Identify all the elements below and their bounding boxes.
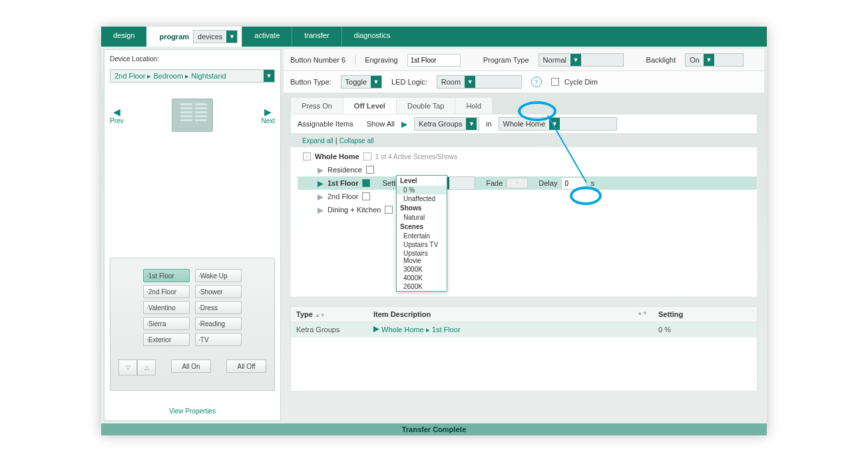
cycle-dim-checkbox[interactable] [551,78,559,86]
ketra-groups-select[interactable]: Ketra Groups▼ [414,117,479,130]
led-logic-label: LED Logic: [391,78,427,86]
tab-design[interactable]: design [101,27,146,47]
keypad-btn-sierra[interactable]: ·Sierra [143,317,190,330]
ketra-icon [318,167,324,173]
tab-off-level[interactable]: Off Level [343,97,397,114]
tree-root-checkbox[interactable] [363,152,371,160]
svg-marker-0 [401,122,407,128]
keypad-raise-lower[interactable]: ▽ △ [118,359,156,375]
device-panel: Device Location: 2nd Floor▸Bedroom▸Night… [104,49,281,421]
backlight-select[interactable]: On▼ [685,53,744,67]
col-setting[interactable]: Setting [653,307,757,322]
collapse-all-link[interactable]: Collapse all [339,137,374,144]
tab-press-on[interactable]: Press On [290,97,343,114]
tree-item-dining-kitchen[interactable]: Dining + Kitchen [327,206,381,214]
view-properties-link[interactable]: View Properties [169,407,216,415]
program-subselect[interactable]: devices ▼ [193,30,238,43]
keypad-btn-exterior[interactable]: ·Exterior [143,333,190,346]
keypad-btn-reading[interactable]: ·Reading [195,317,242,330]
tab-program-label: program [159,33,189,41]
next-device-button[interactable]: ▶Next [261,107,275,124]
ketra-icon [373,326,379,332]
chevron-down-icon: ▼ [371,76,381,88]
tab-program[interactable]: program devices ▼ [146,27,242,47]
settings-dropdown-popup: Level 0 % Unaffected Shows Natural Scene… [396,175,447,292]
chevron-down-icon: ▼ [226,31,237,43]
checkbox[interactable] [366,166,374,174]
sort-icon: ▲▼ [315,312,326,318]
ketra-icon [318,180,324,186]
popup-option-2600k[interactable]: 2600K [397,282,447,291]
popup-option-natural[interactable]: Natural [397,213,447,222]
tree-item-2nd-floor[interactable]: 2nd Floor [327,192,358,200]
button-type-select[interactable]: Toggle▼ [341,75,382,89]
svg-marker-1 [318,168,324,174]
fade-input[interactable]: - [507,178,528,188]
svg-marker-2 [318,181,324,187]
keypad-btn-valentino[interactable]: ·Valentino [143,301,190,314]
raise-icon[interactable]: △ [137,359,156,375]
status-bar: Transfer Complete [101,423,767,435]
popup-header-scenes: Scenes [397,222,447,232]
tab-activate[interactable]: activate [242,27,292,47]
keypad-btn-wake-up[interactable]: ·Wake Up [195,269,242,282]
crumb-0: 2nd Floor [114,72,145,80]
in-label: in [486,120,492,128]
cell-type: Ketra Groups [291,322,368,338]
keypad-btn-dress[interactable]: ·Dress [195,301,242,314]
delay-input[interactable] [561,177,586,190]
program-type-select[interactable]: Normal▼ [539,53,624,67]
keypad-btn-tv[interactable]: ·TV [195,333,242,346]
popup-option-upstairs-tv[interactable]: Upstairs TV [397,240,447,249]
checkbox[interactable] [385,206,393,214]
popup-option-unaffected[interactable]: Unaffected [397,194,447,203]
chevron-down-icon: ▼ [549,118,560,130]
engraving-label: Engraving [365,56,398,64]
tree-item-1st-floor[interactable]: 1st Floor [327,179,358,187]
ketra-icon [318,207,324,213]
collapse-icon[interactable]: - [303,152,311,160]
delay-label: Delay [539,179,557,187]
col-description[interactable]: Item Description ▲▼ [368,307,653,322]
popup-option-upstairs-movie[interactable]: Upstairs Movie [397,249,447,265]
keypad-btn-2nd-floor[interactable]: ·2nd Floor [143,285,190,298]
keypad-all-off[interactable]: All Off [226,359,266,373]
keypad-all-on[interactable]: All On [171,359,211,373]
popup-header-level: Level [397,176,447,186]
arrow-right-icon: ▶ [261,107,275,117]
device-location-select[interactable]: 2nd Floor▸Bedroom▸Nightstand ▼ [110,69,275,83]
help-icon[interactable]: ? [531,77,542,87]
tab-hold[interactable]: Hold [455,97,493,114]
keypad-preview: ·1st Floor ·2nd Floor ·Valentino ·Sierra… [110,258,275,391]
led-logic-select[interactable]: Room▼ [437,75,522,89]
popup-option-3000k[interactable]: 3000K [397,265,447,274]
keypad-btn-1st-floor[interactable]: ·1st Floor [143,269,190,282]
col-type[interactable]: Type ▲▼ [291,307,368,322]
ketra-icon [318,194,324,200]
table-row: Ketra Groups Whole Home ▸ 1st Floor 0 % [291,322,757,338]
chevron-down-icon: ▼ [465,76,475,88]
show-all-link[interactable]: Show All [367,120,395,128]
device-thumbnail[interactable] [172,99,213,132]
tab-double-tap[interactable]: Double Tap [396,97,455,114]
active-count: 1 of 4 Active Scenes/Shows [375,153,457,160]
group-tree: - Whole Home 1 of 4 Active Scenes/Shows … [290,147,758,297]
popup-option-4000k[interactable]: 4000K [397,274,447,282]
lower-icon[interactable]: ▽ [118,359,137,375]
keypad-btn-shower[interactable]: ·Shower [195,285,242,298]
tab-diagnostics[interactable]: diagnostics [341,27,403,47]
cell-description[interactable]: Whole Home ▸ 1st Floor [368,322,653,338]
engraving-input[interactable] [407,54,461,67]
checkbox[interactable] [362,192,370,200]
checkbox-checked[interactable] [362,179,370,187]
popup-option-0-percent[interactable]: 0 % [397,186,447,194]
tree-root-label: Whole Home [315,152,359,160]
svg-marker-5 [373,326,379,332]
popup-option-entertain[interactable]: Entertain [397,232,447,240]
tab-transfer[interactable]: transfer [292,27,341,47]
prev-device-button[interactable]: ◀Prev [110,107,124,124]
location-filter-select[interactable]: Whole Home▼ [499,117,617,130]
expand-all-link[interactable]: Expand all [302,137,333,144]
crumb-2: Nightstand [191,72,226,80]
tree-item-residence[interactable]: Residence [327,166,362,174]
